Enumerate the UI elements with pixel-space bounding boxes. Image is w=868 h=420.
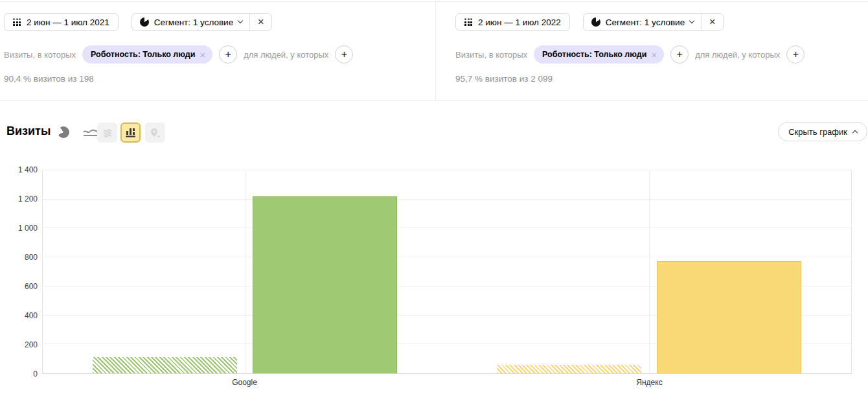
chevron-down-icon: [689, 18, 694, 23]
add-visit-condition-button[interactable]: +: [219, 45, 237, 64]
hide-chart-button[interactable]: Скрыть график: [778, 122, 867, 141]
calendar-icon: [464, 18, 472, 26]
y-axis-tick-label: 1 400: [18, 165, 38, 174]
gridline: [43, 170, 851, 170]
y-axis-tick-label: 1 000: [18, 224, 38, 233]
segment-dropdown-button[interactable]: Сегмент: 1 условие: [584, 14, 701, 30]
date-range-label: 2 июн — 1 июл 2022: [478, 18, 561, 27]
hide-chart-label: Скрыть график: [788, 127, 847, 137]
y-axis-tick-label: 800: [25, 253, 38, 262]
remove-segment-button[interactable]: ×: [249, 14, 271, 30]
segment-b-controls: 2 июн — 1 июл 2022 Сегмент: 1 условие ×: [455, 13, 724, 31]
segment-a-filters: Визиты, в которых Роботность: Только люд…: [4, 45, 353, 64]
segment-control: Сегмент: 1 условие ×: [583, 13, 724, 31]
filter-suffix-label: для людей, у которых: [244, 50, 328, 60]
y-axis-tick-label: 600: [25, 282, 38, 291]
segment-a-status: 90,4 % визитов из 198: [4, 74, 94, 84]
chart-type-map-icon[interactable]: [145, 122, 165, 143]
x-axis-label: Яндекс: [636, 378, 662, 387]
bar-яндекс-period-2[interactable]: [657, 261, 801, 373]
x-axis: GoogleЯндекс: [42, 378, 852, 388]
y-axis-tick-label: 0: [33, 369, 38, 379]
gridline: [43, 257, 851, 257]
bar-google-period-1[interactable]: [93, 357, 236, 373]
filter-prefix-label: Визиты, в которых: [4, 50, 76, 60]
bar-яндекс-period-1[interactable]: [497, 365, 641, 373]
add-visit-condition-button[interactable]: +: [670, 45, 689, 64]
segment-b-status: 95,7 % визитов из 2 099: [455, 74, 553, 84]
y-axis-tick-label: 1 200: [18, 194, 38, 204]
calendar-icon: [13, 18, 21, 26]
chart-title: Визиты: [6, 124, 51, 138]
chip-close-icon[interactable]: ×: [200, 50, 205, 60]
segment-panel-b: 2 июн — 1 июл 2022 Сегмент: 1 условие × …: [436, 2, 868, 100]
bar-chart-plot: [42, 170, 852, 374]
filter-chip-robots[interactable]: Роботность: Только люди ×: [534, 45, 664, 64]
segment-label: Сегмент: 1 условие: [606, 18, 685, 27]
header-bottom-divider: [0, 100, 868, 101]
add-user-condition-button[interactable]: +: [335, 45, 353, 64]
segment-a-controls: 2 июн — 1 июл 2021 Сегмент: 1 условие ×: [4, 13, 272, 31]
chevron-down-icon: [238, 18, 243, 23]
y-axis: 02004006008001 0001 2001 400: [0, 170, 38, 374]
filter-suffix-label: для людей, у которых: [695, 50, 780, 60]
segment-label: Сегмент: 1 условие: [154, 18, 233, 27]
segment-panel-a: 2 июн — 1 июл 2021 Сегмент: 1 условие × …: [0, 2, 435, 100]
add-user-condition-button[interactable]: +: [786, 45, 805, 64]
segment-control: Сегмент: 1 условие ×: [131, 13, 272, 31]
gridline: [649, 170, 650, 373]
date-range-button[interactable]: 2 июн — 1 июл 2021: [4, 13, 119, 31]
gridline: [43, 228, 851, 228]
chevron-up-icon: [852, 130, 858, 135]
date-range-button[interactable]: 2 июн — 1 июл 2022: [455, 13, 570, 31]
filter-prefix-label: Визиты, в которых: [455, 50, 527, 60]
gridline: [245, 170, 246, 373]
y-axis-tick-label: 200: [25, 340, 38, 349]
segment-dropdown-button[interactable]: Сегмент: 1 условие: [132, 14, 249, 30]
chip-close-icon[interactable]: ×: [651, 50, 657, 60]
y-axis-tick-label: 400: [25, 311, 38, 320]
bar-google-period-2[interactable]: [253, 196, 396, 373]
gridline: [43, 199, 851, 200]
filter-chip-label: Роботность: Только люди: [542, 50, 646, 59]
x-axis-label: Google: [232, 378, 257, 387]
remove-segment-button[interactable]: ×: [701, 14, 723, 30]
filter-chip-robots[interactable]: Роботность: Только люди ×: [82, 45, 212, 64]
segment-icon: [591, 18, 600, 27]
metrica-compare-segments-page: 2 июн — 1 июл 2021 Сегмент: 1 условие × …: [0, 0, 868, 420]
chart-type-stacked-lines-icon[interactable]: [97, 122, 117, 143]
chart-type-columns-icon[interactable]: [120, 122, 141, 143]
segment-icon: [140, 18, 149, 27]
chart-type-lines-icon[interactable]: [82, 128, 98, 141]
segment-b-filters: Визиты, в которых Роботность: Только люд…: [455, 45, 805, 64]
chart-type-pie-icon[interactable]: [58, 126, 69, 138]
filter-chip-label: Роботность: Только люди: [91, 50, 195, 59]
date-range-label: 2 июн — 1 июл 2021: [27, 18, 109, 27]
